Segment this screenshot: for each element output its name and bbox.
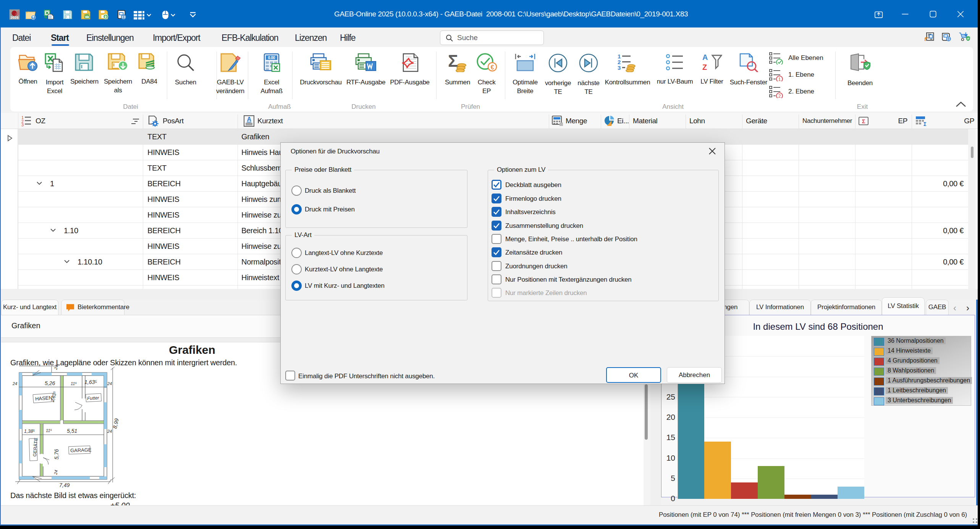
svg-text:5,76: 5,76 [53,449,60,460]
svg-text:A: A [247,116,251,123]
svg-text:24: 24 [107,429,112,434]
svg-text:HASEN: HASEN [35,395,53,402]
svg-text:Σ: Σ [862,118,865,124]
svg-text:Σ: Σ [923,121,926,126]
svg-text:Σ: Σ [448,53,458,70]
svg-text:3: 3 [21,123,24,126]
svg-text:2: 2 [778,94,781,98]
svg-text:GERÄTE: GERÄTE [32,438,39,457]
svg-text:0.00: 0.00 [268,56,275,60]
svg-text:24: 24 [12,381,17,386]
svg-text:24: 24 [53,364,59,371]
svg-text:11⁵: 11⁵ [46,428,52,433]
svg-text:1,38⁵: 1,38⁵ [24,429,35,434]
svg-text:5,51: 5,51 [67,428,77,434]
svg-text:1,63⁵: 1,63⁵ [84,379,97,385]
svg-text:1: 1 [778,77,781,81]
svg-text:Z: Z [702,63,707,71]
svg-text:A: A [702,53,708,61]
svg-text:2025: 2025 [10,15,19,19]
svg-text:GARAGE: GARAGE [70,447,92,453]
svg-text:5,26: 5,26 [45,380,55,386]
svg-text:7,49: 7,49 [59,482,70,488]
svg-text:3: 3 [618,65,621,71]
svg-text:11⁵: 11⁵ [71,381,77,386]
svg-text:24: 24 [107,381,112,386]
svg-text:24: 24 [53,469,58,475]
svg-text:Futter: Futter [87,395,100,401]
svg-text:€: € [491,64,494,71]
